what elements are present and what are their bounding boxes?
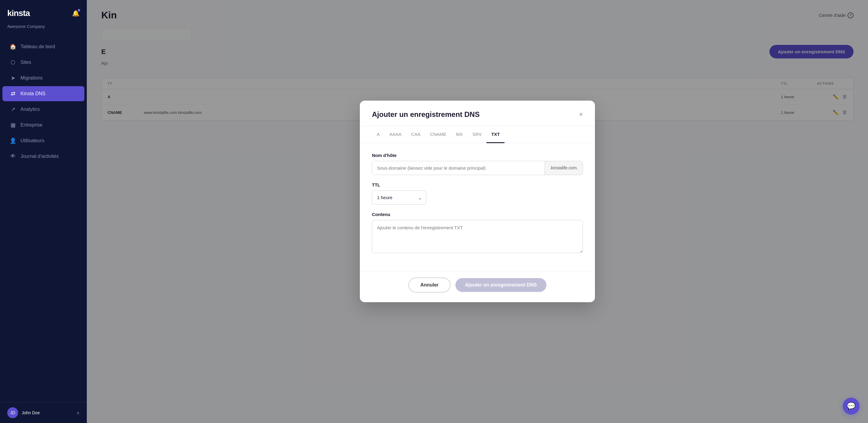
bell-button[interactable]: 🔔 bbox=[72, 10, 80, 17]
sidebar: kinsta 🔔 Awesome Company 🏠 Tableau de bo… bbox=[0, 0, 87, 423]
sidebar-item-kinsta-dns[interactable]: ⇄ Kinsta DNS bbox=[2, 86, 84, 101]
modal-title: Ajouter un enregistrement DNS bbox=[372, 110, 479, 119]
tab-SRV[interactable]: SRV bbox=[468, 126, 487, 143]
users-icon: 👤 bbox=[10, 137, 16, 144]
add-dns-modal: Ajouter un enregistrement DNS × A AAAA C… bbox=[360, 101, 595, 302]
hostname-input[interactable] bbox=[372, 161, 545, 175]
hostname-label: Nom d'hôte bbox=[372, 153, 583, 158]
tab-A[interactable]: A bbox=[372, 126, 384, 143]
avatar-initials: JD bbox=[10, 410, 15, 415]
sidebar-item-tableau-de-bord[interactable]: 🏠 Tableau de bord bbox=[2, 39, 84, 54]
modal-close-button[interactable]: × bbox=[579, 111, 583, 118]
sidebar-item-utilisateurs[interactable]: 👤 Utilisateurs bbox=[2, 133, 84, 148]
journal-icon: 👁 bbox=[10, 153, 16, 159]
sidebar-item-label: Tableau de bord bbox=[21, 44, 55, 50]
dns-icon: ⇄ bbox=[10, 90, 16, 97]
sidebar-logo-area: kinsta 🔔 bbox=[0, 0, 87, 24]
sidebar-item-label: Kinsta DNS bbox=[21, 91, 45, 96]
sidebar-nav: 🏠 Tableau de bord ⬡ Sites ➤ Migrations ⇄… bbox=[0, 36, 87, 402]
tab-CAA[interactable]: CAA bbox=[406, 126, 425, 143]
content-field-group: Contenu bbox=[372, 212, 583, 254]
ttl-select-wrapper: 1 heure 5 minutes 30 minutes 2 heures 12… bbox=[372, 190, 426, 204]
sidebar-item-entreprise[interactable]: ▦ Entreprise bbox=[2, 118, 84, 133]
tab-CNAME[interactable]: CNAME bbox=[425, 126, 451, 143]
home-icon: 🏠 bbox=[10, 43, 16, 50]
modal-header: Ajouter un enregistrement DNS × bbox=[360, 101, 595, 126]
modal-body: Nom d'hôte .kinstalife.com. TTL 1 heure … bbox=[360, 143, 595, 271]
sidebar-item-sites[interactable]: ⬡ Sites bbox=[2, 55, 84, 70]
user-name: John Doe bbox=[22, 410, 40, 415]
ttl-select[interactable]: 1 heure 5 minutes 30 minutes 2 heures 12… bbox=[372, 190, 426, 204]
hostname-suffix: .kinstalife.com. bbox=[545, 161, 583, 175]
chat-bubble-button[interactable]: 💬 bbox=[843, 398, 860, 415]
entreprise-icon: ▦ bbox=[10, 122, 16, 128]
migrations-icon: ➤ bbox=[10, 75, 16, 82]
sidebar-item-label: Sites bbox=[21, 60, 31, 65]
ttl-field-group: TTL 1 heure 5 minutes 30 minutes 2 heure… bbox=[372, 182, 583, 204]
sidebar-footer: JD John Doe ∧ bbox=[0, 402, 87, 423]
logo: kinsta bbox=[7, 8, 30, 18]
chevron-up-icon: ∧ bbox=[76, 410, 80, 415]
sidebar-item-label: Utilisateurs bbox=[21, 138, 44, 143]
chat-icon: 💬 bbox=[846, 402, 856, 410]
tab-MX[interactable]: MX bbox=[451, 126, 468, 143]
sidebar-item-analytics[interactable]: ↗ Analytics bbox=[2, 102, 84, 117]
content-textarea[interactable] bbox=[372, 220, 583, 253]
hostname-input-wrapper: .kinstalife.com. bbox=[372, 161, 583, 175]
sidebar-item-journal-activites[interactable]: 👁 Journal d'activités bbox=[2, 149, 84, 164]
content-label: Contenu bbox=[372, 212, 583, 217]
modal-footer: Annuler Ajouter un enregistrement DNS bbox=[360, 271, 595, 302]
sidebar-item-label: Analytics bbox=[21, 107, 40, 112]
user-info[interactable]: JD John Doe bbox=[7, 407, 40, 418]
sidebar-item-label: Journal d'activités bbox=[21, 154, 59, 159]
cancel-button[interactable]: Annuler bbox=[408, 278, 451, 293]
tab-TXT[interactable]: TXT bbox=[487, 126, 504, 143]
hostname-field-group: Nom d'hôte .kinstalife.com. bbox=[372, 153, 583, 175]
avatar: JD bbox=[7, 407, 18, 418]
sites-icon: ⬡ bbox=[10, 59, 16, 66]
main-content: Kin Centre d'aide ? E Ajo Ajouter un enr… bbox=[87, 0, 868, 423]
ttl-label: TTL bbox=[372, 182, 583, 187]
company-name: Awesome Company bbox=[0, 24, 87, 36]
modal-tabs: A AAAA CAA CNAME MX SRV TXT bbox=[360, 126, 595, 143]
sidebar-item-label: Migrations bbox=[21, 75, 43, 81]
tab-AAAA[interactable]: AAAA bbox=[384, 126, 406, 143]
bell-notification-dot bbox=[78, 9, 80, 11]
analytics-icon: ↗ bbox=[10, 106, 16, 113]
sidebar-item-migrations[interactable]: ➤ Migrations bbox=[2, 70, 84, 86]
sidebar-item-label: Entreprise bbox=[21, 122, 42, 128]
submit-button[interactable]: Ajouter un enregistrement DNS bbox=[456, 278, 547, 292]
